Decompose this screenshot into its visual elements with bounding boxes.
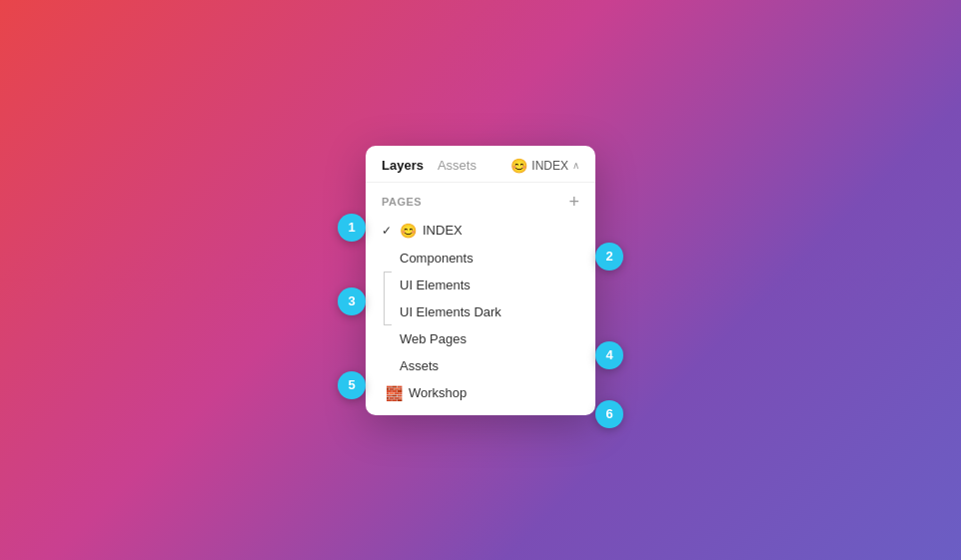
page-name-index: INDEX (423, 223, 463, 238)
page-item-ui-elements[interactable]: UI Elements (366, 272, 595, 298)
layers-panel: Layers Assets 😊 INDEX ∧ Pages + ✓ 😊 INDE… (366, 146, 595, 415)
page-item-ui-elements-dark[interactable]: UI Elements Dark (366, 298, 595, 325)
page-name-workshop: Workshop (409, 385, 467, 400)
pages-header: Pages + (366, 183, 595, 217)
tab-bar: Layers Assets 😊 INDEX ∧ (366, 146, 595, 183)
page-name-web-pages: Web Pages (400, 331, 467, 346)
pages-section-title: Pages (382, 196, 422, 208)
page-item-components[interactable]: Components (366, 245, 595, 272)
annotation-bubble-6: 6 (595, 400, 623, 428)
tab-layers[interactable]: Layers (382, 158, 424, 173)
page-name-assets: Assets (400, 358, 439, 373)
chevron-down-icon: ∧ (572, 160, 579, 171)
page-item-index[interactable]: ✓ 😊 INDEX (366, 217, 595, 245)
panel-wrapper: 1 2 3 4 5 6 Layers Assets 😊 INDEX ∧ Page… (366, 146, 595, 415)
check-mark: ✓ (382, 224, 398, 238)
page-emoji-index: 😊 (400, 223, 417, 239)
active-page-name: INDEX (531, 159, 568, 173)
add-page-button[interactable]: + (568, 193, 579, 211)
page-emoji-workshop: 🧱 (386, 385, 403, 401)
page-item-web-pages[interactable]: Web Pages (366, 325, 595, 352)
annotation-bubble-5: 5 (338, 371, 366, 399)
annotation-bubble-2: 2 (595, 243, 623, 271)
active-page-emoji: 😊 (510, 158, 527, 174)
annotation-bubble-3: 3 (338, 287, 366, 315)
tab-assets[interactable]: Assets (438, 158, 477, 173)
page-name-ui-elements: UI Elements (400, 278, 471, 292)
page-name-ui-elements-dark: UI Elements Dark (400, 304, 501, 319)
page-name-components: Components (400, 251, 474, 266)
annotation-bubble-1: 1 (338, 214, 366, 242)
page-item-workshop[interactable]: 🧱 Workshop (366, 379, 595, 407)
page-item-assets[interactable]: Assets (366, 352, 595, 379)
active-page-indicator[interactable]: 😊 INDEX ∧ (510, 158, 579, 174)
annotation-bubble-4: 4 (595, 341, 623, 369)
